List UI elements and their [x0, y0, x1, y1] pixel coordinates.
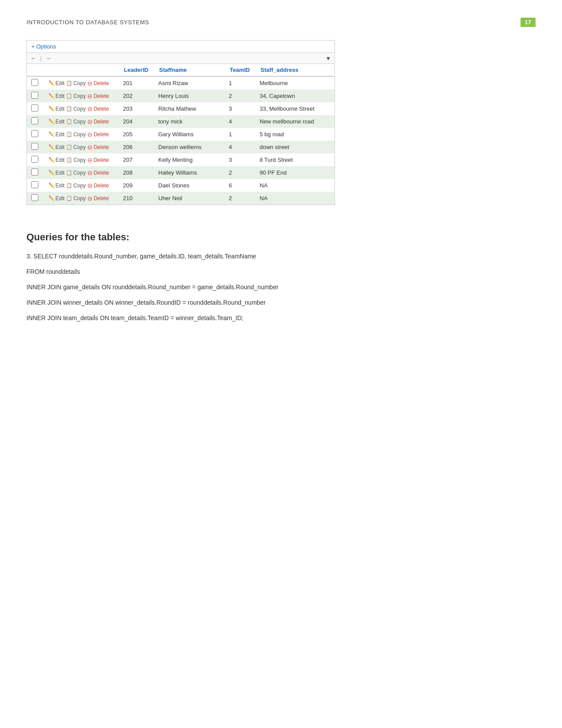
row-checkbox[interactable] — [31, 156, 38, 163]
delete-button[interactable]: Delete — [87, 131, 109, 138]
delete-button[interactable]: Delete — [87, 195, 109, 202]
copy-button[interactable]: Copy — [66, 195, 86, 202]
edit-button[interactable]: Edit — [48, 93, 65, 99]
row-actions-cell: EditCopyDelete — [44, 153, 119, 166]
address-cell: NA — [255, 179, 335, 192]
address-cell: 5 bg road — [255, 128, 335, 141]
table-row: EditCopyDelete207Kelly Menting38 Turd St… — [27, 153, 335, 166]
col-staffname-header[interactable]: Staffname — [154, 64, 224, 76]
edit-button[interactable]: Edit — [48, 80, 65, 86]
row-checkbox[interactable] — [31, 194, 38, 201]
leaderid-cell: 203 — [119, 102, 154, 115]
leaderid-cell: 208 — [119, 166, 154, 179]
table-row: EditCopyDelete206Denson welliems4down st… — [27, 141, 335, 153]
row-checkbox[interactable] — [31, 130, 38, 137]
row-checkbox[interactable] — [31, 143, 38, 150]
row-checkbox[interactable] — [31, 79, 38, 86]
delete-button[interactable]: Delete — [87, 169, 109, 176]
teamid-cell: 4 — [224, 141, 255, 153]
filter-icon[interactable]: ▼ — [325, 55, 331, 62]
col-actions-header — [44, 64, 119, 76]
edit-button[interactable]: Edit — [48, 183, 65, 189]
query-block-3: 3. SELECT rounddetails.Round_number, gam… — [26, 252, 536, 323]
row-actions-cell: EditCopyDelete — [44, 166, 119, 179]
delete-button[interactable]: Delete — [87, 105, 109, 112]
edit-button[interactable]: Edit — [48, 195, 65, 202]
col-leaderid-header[interactable]: LeaderID — [119, 64, 154, 76]
leaderid-cell: 207 — [119, 153, 154, 166]
address-cell: Mellbourne — [255, 76, 335, 90]
edit-button[interactable]: Edit — [48, 170, 65, 176]
address-cell: 90 PF End — [255, 166, 335, 179]
table-nav-bar: ← | → ▼ — [27, 53, 335, 64]
copy-button[interactable]: Copy — [66, 131, 86, 138]
leaderid-cell: 209 — [119, 179, 154, 192]
staffname-cell: Ritcha Mathew — [154, 102, 224, 115]
col-teamid-header[interactable]: TeamID — [224, 64, 255, 76]
staffname-cell: Henry Louis — [154, 90, 224, 102]
copy-button[interactable]: Copy — [66, 183, 86, 189]
copy-button[interactable]: Copy — [66, 157, 86, 163]
row-actions-cell: EditCopyDelete — [44, 128, 119, 141]
staffname-cell: tony mick — [154, 115, 224, 128]
delete-button[interactable]: Delete — [87, 93, 109, 100]
table-row: EditCopyDelete205Gary Williams15 bg road — [27, 128, 335, 141]
leaderid-cell: 210 — [119, 192, 154, 205]
row-checkbox[interactable] — [31, 105, 38, 112]
delete-button[interactable]: Delete — [87, 118, 109, 125]
address-cell: 33, Mellbourne Street — [255, 102, 335, 115]
row-checkbox[interactable] — [31, 181, 38, 188]
row-actions-cell: EditCopyDelete — [44, 90, 119, 102]
delete-button[interactable]: Delete — [87, 144, 109, 151]
copy-button[interactable]: Copy — [66, 144, 86, 150]
edit-button[interactable]: Edit — [48, 119, 65, 125]
page-header: INTRODUCTION TO DATABASE SYSTEMS 17 — [26, 18, 536, 27]
row-actions-cell: EditCopyDelete — [44, 76, 119, 90]
row-actions-cell: EditCopyDelete — [44, 192, 119, 205]
row-checkbox[interactable] — [31, 117, 38, 124]
staffname-cell: Kelly Menting — [154, 153, 224, 166]
queries-section: Queries for the tables: 3. SELECT roundd… — [26, 231, 536, 323]
table-row: EditCopyDelete203Ritcha Mathew333, Mellb… — [27, 102, 335, 115]
copy-button[interactable]: Copy — [66, 170, 86, 176]
copy-button[interactable]: Copy — [66, 80, 86, 86]
table-row: EditCopyDelete208Halley Williams290 PF E… — [27, 166, 335, 179]
row-actions-cell: EditCopyDelete — [44, 115, 119, 128]
edit-button[interactable]: Edit — [48, 144, 65, 150]
nav-back-arrow[interactable]: ← — [30, 55, 37, 62]
copy-button[interactable]: Copy — [66, 119, 86, 125]
row-checkbox[interactable] — [31, 168, 38, 175]
col-checkbox-header — [27, 64, 44, 76]
row-checkbox[interactable] — [31, 92, 38, 99]
delete-button[interactable]: Delete — [87, 157, 109, 164]
copy-button[interactable]: Copy — [66, 93, 86, 99]
nav-forward-arrow[interactable]: → — [45, 55, 51, 62]
copy-button[interactable]: Copy — [66, 106, 86, 112]
table-row: EditCopyDelete210Uher Neil2NA — [27, 192, 335, 205]
address-cell: New mellbourne road — [255, 115, 335, 128]
teamid-cell: 2 — [224, 166, 255, 179]
edit-button[interactable]: Edit — [48, 157, 65, 163]
staffname-cell: Gary Williams — [154, 128, 224, 141]
options-bar[interactable]: + Options — [27, 41, 335, 53]
row-actions-cell: EditCopyDelete — [44, 141, 119, 153]
table-header-row: LeaderID Staffname TeamID Staff_address — [27, 64, 335, 76]
address-cell: down street — [255, 141, 335, 153]
table-row: EditCopyDelete209Dael Stones6NA — [27, 179, 335, 192]
leaderid-cell: 206 — [119, 141, 154, 153]
query-line-1: 3. SELECT rounddetails.Round_number, gam… — [26, 252, 536, 261]
edit-button[interactable]: Edit — [48, 106, 65, 112]
address-cell: 8 Turd Street — [255, 153, 335, 166]
teamid-cell: 3 — [224, 153, 255, 166]
edit-button[interactable]: Edit — [48, 131, 65, 138]
delete-button[interactable]: Delete — [87, 182, 109, 189]
database-table-container: + Options ← | → ▼ LeaderID Staffname Tea… — [26, 40, 335, 205]
address-cell: NA — [255, 192, 335, 205]
query-line-3: INNER JOIN game_details ON rounddetails.… — [26, 283, 536, 292]
staffname-cell: Asmi Rizaw — [154, 76, 224, 90]
delete-button[interactable]: Delete — [87, 80, 109, 87]
staffname-cell: Uher Neil — [154, 192, 224, 205]
col-staffaddress-header[interactable]: Staff_address — [255, 64, 335, 76]
teamid-cell: 6 — [224, 179, 255, 192]
teamid-cell: 3 — [224, 102, 255, 115]
